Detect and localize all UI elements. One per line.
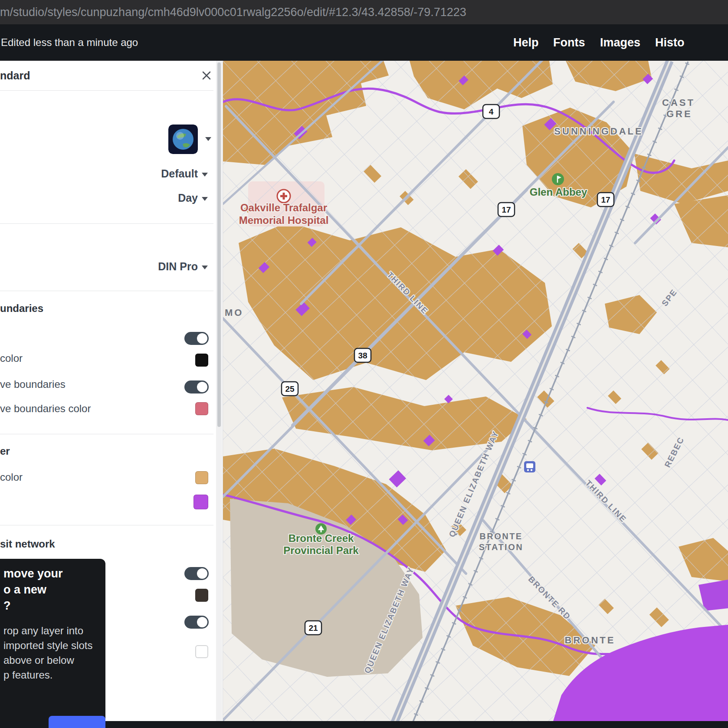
shield-17: 17 [502,205,511,214]
bronte-label: BRONTE [565,635,616,646]
shield-38: 38 [358,351,367,360]
cast-label: CAST [662,97,695,108]
admin-boundaries-color-label: ve boundaries color [0,403,91,415]
divider [0,291,213,291]
close-icon[interactable] [200,69,213,82]
bronte-station-label: STATION [479,542,523,552]
transit-labels-toggle[interactable] [184,616,209,629]
browser-url-bar[interactable]: m/studio/styles/cunpuzhang/cmh46d9lv000c… [0,0,728,24]
train-station-icon [524,461,535,472]
hospital-label: Oakville Trafalgar [240,202,327,213]
tooltip-body-line: imported style slots [3,638,101,653]
chevron-down-icon [202,173,208,177]
tooltip-body-line: rop any layer into [3,623,101,638]
hospital-label: Memorial Hospital [239,214,329,226]
style-mode-value: Default [161,167,198,180]
landcover-color-swatch[interactable] [195,471,208,484]
light-preset-dropdown[interactable]: Day [178,192,208,204]
menu-fonts[interactable]: Fonts [553,24,585,61]
golf-icon [552,173,564,185]
boundaries-color-label: color [0,352,23,364]
bronte-creek-label: Bronte Creek [289,532,354,544]
panel-title: ndard [0,69,30,82]
landcover-color-label: color [0,471,23,483]
tooltip-body-line: above or below [3,653,101,668]
url-text: m/studio/styles/cunpuzhang/cmh46d9lv000c… [0,6,466,19]
transit-toggle[interactable] [184,567,209,580]
font-value: DIN Pro [158,260,198,272]
slots-tooltip: move your o a new ? rop any layer into i… [0,559,105,728]
shield-17: 17 [601,195,610,204]
gre-label: GRE [666,108,692,119]
tooltip-cta-button[interactable] [49,716,105,728]
tooltip-body-line: p features. [3,668,101,682]
divider [0,90,213,91]
hospital-icon [277,190,290,203]
section-boundaries: undaries [0,302,43,315]
divider [0,223,213,224]
admin-boundaries-label: ve boundaries [0,378,66,390]
tooltip-title-line: ? [3,598,101,614]
menu-history[interactable]: Histo [655,24,685,61]
shield-21: 21 [308,623,318,633]
menu-images[interactable]: Images [600,24,640,61]
admin-boundaries-toggle[interactable] [184,380,209,394]
map-canvas[interactable]: Oakville Trafalgar Memorial Hospital Gle… [223,61,728,728]
admin-boundaries-color-swatch[interactable] [195,402,208,415]
section-landcover: er [0,445,10,457]
boundaries-color-swatch[interactable] [195,354,208,367]
transit-color-swatch[interactable] [195,589,208,602]
panel-scrollbar-thumb[interactable] [217,62,221,427]
menu-help[interactable]: Help [513,24,539,61]
divider [0,434,213,434]
mo-label: MO [225,307,243,318]
boundaries-toggle[interactable] [184,332,209,345]
studio-bottom-bar [0,721,728,728]
chevron-down-icon [202,197,208,201]
tooltip-title-line: o a new [3,582,101,598]
divider [0,525,213,525]
font-dropdown[interactable]: DIN Pro [158,260,208,273]
edited-status: Edited less than a minute ago [1,24,138,61]
bronte-station-label: BRONTE [479,531,522,541]
shield-25: 25 [285,384,295,394]
glen-abbey-label: Glen Abbey [530,186,587,198]
landcover-color2-swatch[interactable] [193,495,208,509]
style-mode-dropdown[interactable]: Default [161,167,208,180]
shield-4: 4 [489,107,494,116]
map-svg: Oakville Trafalgar Memorial Hospital Gle… [223,61,728,728]
tooltip-title-line: move your [3,566,101,582]
studio-top-bar: Edited less than a minute ago Help Fonts… [0,24,728,61]
bronte-creek-label: Provincial Park [283,544,359,556]
sunningdale-label: SUNNINGDALE [554,126,643,137]
transit-secondary-swatch[interactable] [195,645,208,658]
chevron-down-icon [202,266,208,269]
thumbnail-caret-icon[interactable] [205,137,211,141]
section-transit: sit network [0,538,55,550]
light-preset-value: Day [178,192,198,204]
style-thumbnail globe-icon[interactable] [168,125,198,154]
